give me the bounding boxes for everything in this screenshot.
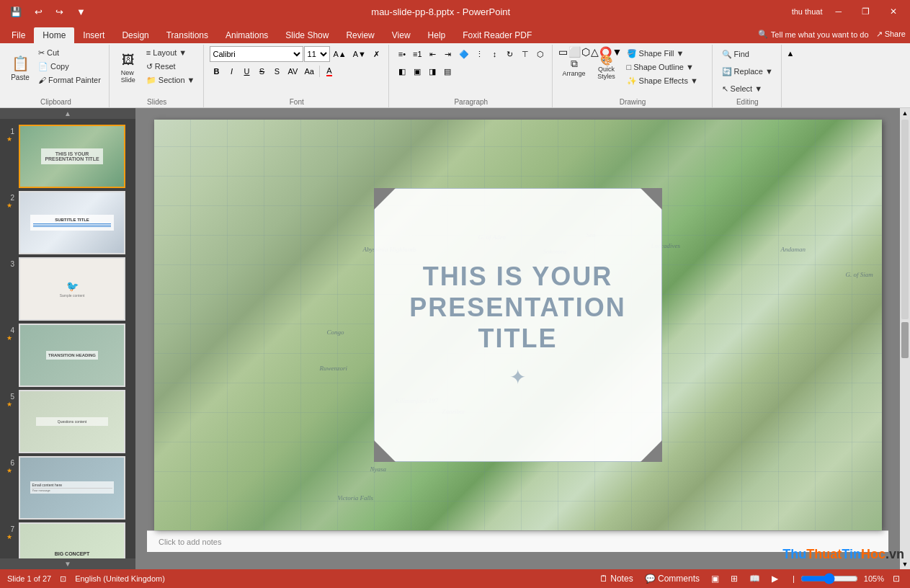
slide-preview-1[interactable]: THIS IS YOUR PRESENTATION TITLE bbox=[19, 125, 125, 188]
align-text-button[interactable]: ⊤ bbox=[518, 47, 532, 61]
slide-sorter-button[interactable]: ⊞ bbox=[728, 572, 741, 585]
numbering-button[interactable]: ≡1 bbox=[410, 47, 425, 61]
increase-indent-button[interactable]: ⇥ bbox=[441, 47, 455, 61]
font-size-decrease-button[interactable]: A▼ bbox=[350, 47, 369, 61]
panel-scroll-down[interactable]: ▼ bbox=[64, 560, 71, 568]
redo-button[interactable]: ↪ bbox=[51, 5, 68, 19]
shape-fill-button[interactable]: 🪣 Shape Fill ▼ bbox=[623, 47, 702, 60]
paragraph-group: ≡• ≡1 ⇤ ⇥ 🔷 ⋮ ↕ ↻ ⊤ ⬡ ◧ ▣ ◨ ▤ Paragraph bbox=[391, 45, 553, 107]
customize-qat-button[interactable]: ▼ bbox=[72, 5, 90, 19]
tab-home[interactable]: Home bbox=[34, 27, 74, 43]
slide-preview-3[interactable]: 🐦 Sample content bbox=[19, 257, 125, 321]
shape-outline-button[interactable]: □ Shape Outline ▼ bbox=[623, 61, 702, 74]
scroll-up-button[interactable]: ▲ bbox=[901, 108, 910, 118]
slide-panel: 1 ★ THIS IS YOUR PRESENTATION TITLE 2 ★ bbox=[0, 119, 135, 558]
slideshow-button[interactable]: ▶ bbox=[769, 572, 781, 585]
paste-button[interactable]: 📋 Paste bbox=[7, 46, 33, 89]
shape-effects-button[interactable]: ✨ Shape Effects ▼ bbox=[623, 74, 702, 87]
quick-styles-button[interactable]: 🎨 QuickStyles bbox=[591, 53, 623, 81]
drawing-controls: ▭ ⬜ ⬡ △ ⭕ ▼ ⧉ Arrange 🎨 QuickStyles 🪣 Sh… bbox=[558, 46, 702, 98]
change-case-button[interactable]: Aa bbox=[301, 64, 316, 79]
title-bar-right: thu thuat ─ ❐ ✕ bbox=[792, 4, 904, 19]
slide-thumb-3[interactable]: 3 🐦 Sample content bbox=[4, 257, 131, 321]
char-spacing-button[interactable]: AV bbox=[285, 64, 301, 79]
font-color-button[interactable]: A bbox=[322, 64, 336, 79]
slide-thumb-6[interactable]: 6 ★ Email content here Your message bbox=[4, 456, 131, 520]
zoom-slider[interactable] bbox=[800, 573, 858, 584]
slide-thumb-2[interactable]: 2 ★ SUBTITLE TITLE bbox=[4, 191, 131, 254]
corner-br bbox=[641, 440, 662, 462]
font-row1: Calibri 11 A▲ A▼ ✗ bbox=[210, 46, 384, 62]
slide-thumb-5[interactable]: 5 ★ Questions content bbox=[4, 390, 131, 453]
panel-scroll-up[interactable]: ▲ bbox=[64, 110, 71, 117]
tab-help[interactable]: Help bbox=[419, 27, 455, 43]
tab-foxit[interactable]: Foxit Reader PDF bbox=[454, 27, 540, 43]
notes-bar[interactable]: Click to add notes bbox=[147, 530, 888, 552]
tab-design[interactable]: Design bbox=[113, 27, 157, 43]
close-button[interactable]: ✕ bbox=[883, 4, 904, 19]
presentation-title-box[interactable]: THIS IS YOUR PRESENTATION TITLE ✦ bbox=[374, 188, 662, 462]
clear-format-button[interactable]: ✗ bbox=[370, 47, 384, 61]
replace-button[interactable]: 🔄 Replace ▼ bbox=[718, 63, 777, 79]
slide-preview-7[interactable]: BIG CONCEPT 🌿 bbox=[19, 522, 125, 558]
underline-button[interactable]: U bbox=[240, 64, 254, 79]
slide-preview-4[interactable]: TRANSITION HEADING bbox=[19, 324, 125, 387]
tab-insert[interactable]: Insert bbox=[74, 27, 113, 43]
scroll-thumb[interactable] bbox=[901, 322, 909, 358]
bold-button[interactable]: B bbox=[210, 64, 224, 79]
undo-button[interactable]: ↩ bbox=[30, 5, 47, 19]
tab-slideshow[interactable]: Slide Show bbox=[277, 27, 337, 43]
reading-view-button[interactable]: 📖 bbox=[746, 572, 763, 585]
tab-animations[interactable]: Animations bbox=[217, 27, 277, 43]
find-button[interactable]: 🔍 Find bbox=[718, 46, 753, 62]
font-name-select[interactable]: Calibri bbox=[210, 46, 303, 62]
tab-view[interactable]: View bbox=[383, 27, 419, 43]
slide-preview-2[interactable]: SUBTITLE TITLE bbox=[19, 191, 125, 254]
slide-thumb-7[interactable]: 7 ★ BIG CONCEPT 🌿 bbox=[4, 522, 131, 558]
smart-art-button[interactable]: 🔷 bbox=[456, 47, 472, 61]
slide-thumb-1[interactable]: 1 ★ THIS IS YOUR PRESENTATION TITLE bbox=[4, 125, 131, 188]
minimize-button[interactable]: ─ bbox=[828, 4, 849, 19]
italic-button[interactable]: I bbox=[225, 64, 239, 79]
notes-button[interactable]: 🗒 Notes bbox=[597, 572, 636, 585]
justify-button[interactable]: ▤ bbox=[440, 64, 455, 79]
slide-thumb-4[interactable]: 4 ★ TRANSITION HEADING bbox=[4, 324, 131, 387]
slide-canvas[interactable]: Abyssinia Highlands G. of Aden Sokotora … bbox=[154, 120, 882, 530]
text-shadow-button[interactable]: S bbox=[270, 64, 285, 79]
align-center-button[interactable]: ▣ bbox=[410, 64, 424, 79]
section-button[interactable]: 📁 Section ▼ bbox=[143, 74, 199, 86]
layout-button[interactable]: ≡ Layout ▼ bbox=[143, 46, 199, 59]
select-button[interactable]: ↖ Select ▼ bbox=[718, 81, 767, 97]
comments-button[interactable]: 💬 Comments bbox=[642, 572, 702, 585]
reset-button[interactable]: ↺ Reset bbox=[143, 60, 199, 73]
align-left-button[interactable]: ◧ bbox=[395, 64, 409, 79]
convert-to-smartart-button[interactable]: ⬡ bbox=[533, 47, 548, 61]
slide-star-2: ★ bbox=[6, 202, 12, 209]
new-slide-button[interactable]: 🖼 NewSlide bbox=[115, 46, 141, 89]
cut-button[interactable]: ✂ Cut bbox=[35, 46, 104, 59]
collapse-ribbon-button[interactable]: ▲ bbox=[783, 46, 798, 61]
slide-preview-6[interactable]: Email content here Your message bbox=[19, 456, 125, 520]
save-button[interactable]: 💾 bbox=[6, 5, 26, 19]
fit-to-window-button[interactable]: ⊡ bbox=[890, 572, 903, 585]
text-direction-button[interactable]: ↻ bbox=[503, 47, 517, 61]
vertical-scrollbar[interactable]: ▲ ▼ bbox=[900, 108, 910, 569]
normal-view-button[interactable]: ▣ bbox=[708, 572, 722, 585]
line-spacing-button[interactable]: ↕ bbox=[488, 47, 502, 61]
font-size-increase-button[interactable]: A▲ bbox=[331, 47, 349, 61]
font-size-select[interactable]: 11 bbox=[304, 46, 330, 62]
format-painter-button[interactable]: 🖌 Format Painter bbox=[35, 74, 104, 86]
copy-button[interactable]: 📄 Copy bbox=[35, 60, 104, 73]
tab-review[interactable]: Review bbox=[337, 27, 383, 43]
tab-transitions[interactable]: Transitions bbox=[158, 27, 217, 43]
arrange-button[interactable]: ⧉ Arrange bbox=[558, 53, 590, 81]
bullets-button[interactable]: ≡• bbox=[395, 47, 409, 61]
decrease-indent-button[interactable]: ⇤ bbox=[426, 47, 440, 61]
restore-button[interactable]: ❐ bbox=[855, 4, 877, 19]
slide-preview-5[interactable]: Questions content bbox=[19, 390, 125, 453]
align-right-button[interactable]: ◨ bbox=[425, 64, 440, 79]
tab-file[interactable]: File bbox=[3, 27, 34, 43]
strikethrough-button[interactable]: S bbox=[255, 64, 269, 79]
share-button[interactable]: ↗ Share bbox=[872, 28, 910, 40]
columns-button[interactable]: ⋮ bbox=[473, 47, 487, 61]
